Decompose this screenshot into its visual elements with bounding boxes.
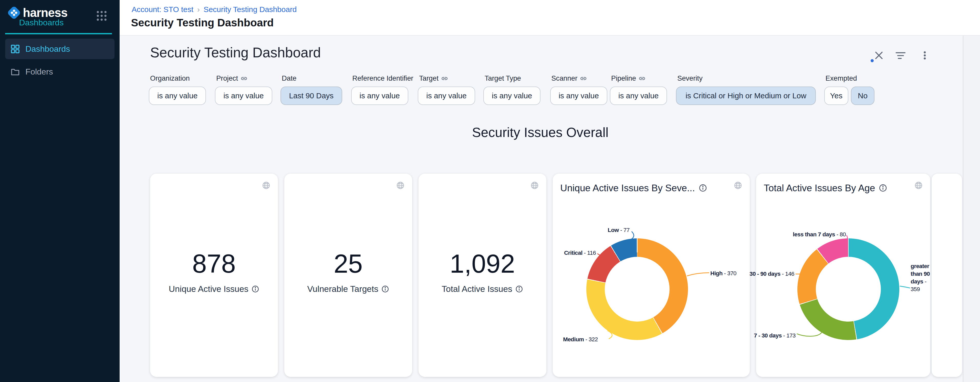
filter-label-target-type: Target Type <box>485 74 521 82</box>
breadcrumb-account-link[interactable]: Account: STO test <box>132 5 193 14</box>
info-icon[interactable] <box>382 285 389 293</box>
filter-label-scanner: Scanner <box>552 74 587 82</box>
filter-chip-project[interactable]: is any value <box>215 87 272 105</box>
kebab-menu-icon[interactable] <box>920 51 932 62</box>
slice-label: less than 7 days - 80 <box>793 231 846 238</box>
filter-chip-severity[interactable]: is Critical or High or Medium or Low <box>676 87 816 105</box>
link-icon <box>441 75 448 82</box>
slice-label: 7 - 30 days - 173 <box>754 332 795 339</box>
filter-label-exempted: Exempted <box>826 74 857 82</box>
filter-label-project: Project <box>216 74 247 82</box>
sidebar-item-folders[interactable]: Folders <box>5 62 115 82</box>
chart-title: Total Active Issues By Age <box>764 182 887 193</box>
breadcrumb-dashboard-link[interactable]: Security Testing Dashboard <box>204 5 297 14</box>
globe-icon <box>734 181 742 189</box>
donut-chart[interactable] <box>586 238 688 340</box>
folder-icon <box>11 67 20 76</box>
globe-icon <box>530 181 539 189</box>
sidebar-divider <box>5 33 112 34</box>
partial-card <box>932 174 962 377</box>
sidebar: harness Dashboards DashboardsFolders <box>0 0 119 382</box>
globe-icon <box>262 181 270 189</box>
filter-label-reference-identifier: Reference Identifier <box>352 74 413 82</box>
tile-value: 878 <box>150 245 278 283</box>
filter-chip-organization[interactable]: is any value <box>149 87 206 105</box>
info-icon[interactable] <box>515 285 523 293</box>
scrollbar-track[interactable] <box>963 36 980 382</box>
filter-chip-pipeline[interactable]: is any value <box>610 87 667 105</box>
slice-label: Critical - 116 <box>564 249 596 257</box>
tile-vulnerable-targets: 25 Vulnerable Targets <box>284 174 412 377</box>
close-icon[interactable] <box>875 51 886 62</box>
link-icon <box>580 75 587 82</box>
filter-chip-target-type[interactable]: is any value <box>483 87 541 105</box>
exempted-no-button[interactable]: No <box>851 87 875 105</box>
globe-icon <box>396 181 404 189</box>
section-title: Security Issues Overall <box>150 125 930 140</box>
tile-label: Vulnerable Targets <box>284 284 412 294</box>
slice-label: High - 370 <box>710 269 737 277</box>
filter-icon[interactable] <box>896 51 907 63</box>
apps-grid-icon[interactable] <box>95 10 108 22</box>
tile-total-active-issues: 1,092 Total Active Issues <box>418 174 546 377</box>
sidebar-item-dashboards[interactable]: Dashboards <box>5 39 115 59</box>
tile-unique-active-issues: 878 Unique Active Issues <box>150 174 278 377</box>
info-icon[interactable] <box>879 184 887 192</box>
filter-chip-date[interactable]: Last 90 Days <box>280 87 342 105</box>
chart-card-issues-by-severity: Unique Active Issues By Seve... High - 3… <box>553 174 750 377</box>
filter-label-date: Date <box>282 74 297 82</box>
filter-chip-reference-identifier[interactable]: is any value <box>351 87 408 105</box>
app-root: harness Dashboards DashboardsFolders Acc… <box>0 0 980 382</box>
top-header: Account: STO test › Security Testing Das… <box>119 0 980 36</box>
info-icon[interactable] <box>251 285 259 293</box>
breadcrumb: Account: STO test › Security Testing Das… <box>132 5 297 14</box>
dashboard-grid-icon <box>11 44 20 54</box>
filter-chip-scanner[interactable]: is any value <box>550 87 607 105</box>
cursor-dot <box>871 59 874 62</box>
slice-label: greater than 90 days - 359 <box>911 262 932 293</box>
chart-title: Unique Active Issues By Seve... <box>560 182 707 193</box>
dashboard-title: Security Testing Dashboard <box>150 44 321 61</box>
tile-label: Unique Active Issues <box>150 284 278 294</box>
sidebar-item-label: Dashboards <box>25 44 70 54</box>
slice-label: 30 - 90 days - 146 <box>749 270 794 278</box>
chart-card-issues-by-age: Total Active Issues By Age greater than … <box>756 174 930 377</box>
slice-label: Low - 77 <box>608 226 630 234</box>
slice-label: Medium - 322 <box>563 336 598 343</box>
filter-label-severity: Severity <box>677 74 703 82</box>
filter-label-pipeline: Pipeline <box>611 74 646 82</box>
exempted-yes-button[interactable]: Yes <box>824 87 848 105</box>
tile-value: 25 <box>284 245 412 283</box>
filter-chip-target[interactable]: is any value <box>418 87 475 105</box>
page-title: Security Testing Dashboard <box>131 17 274 29</box>
tile-label: Total Active Issues <box>418 284 546 294</box>
sidebar-item-label: Folders <box>25 67 53 76</box>
donut-chart[interactable] <box>797 238 899 340</box>
filter-label-target: Target <box>419 74 448 82</box>
tile-value: 1,092 <box>418 245 546 283</box>
chevron-right-icon: › <box>197 5 200 14</box>
module-label: Dashboards <box>19 18 64 27</box>
globe-icon <box>915 181 923 189</box>
info-icon[interactable] <box>699 184 707 192</box>
filter-label-organization: Organization <box>150 74 190 82</box>
link-icon <box>240 75 247 82</box>
link-icon <box>639 75 646 82</box>
